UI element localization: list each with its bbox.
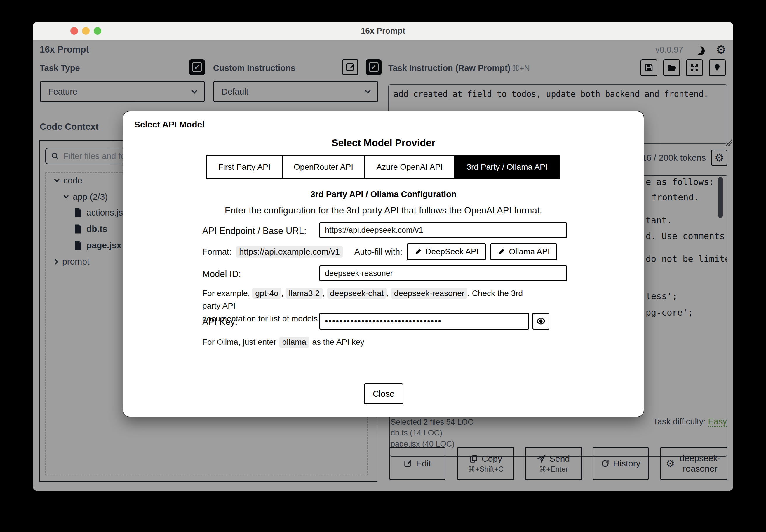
window-title: 16x Prompt: [361, 26, 405, 36]
close-dialog-button[interactable]: Close: [364, 383, 403, 404]
format-label: Format:: [202, 247, 232, 257]
help-text: as the API key: [312, 337, 364, 347]
help-text: For Ollma, just enter: [202, 337, 277, 347]
eye-icon: [536, 316, 545, 326]
format-example: https://api.example.com/v1: [236, 246, 343, 258]
api-key-input[interactable]: [319, 313, 529, 330]
model-example-chip: deepseek-reasoner: [391, 288, 467, 299]
provider-tabs: First Party API OpenRouter API Azure Ope…: [206, 155, 560, 179]
config-section-title: 3rd Party API / Ollama Configuration: [123, 190, 644, 199]
minimize-window-button[interactable]: [82, 27, 90, 35]
help-text: For example,: [202, 289, 250, 298]
close-window-button[interactable]: [70, 27, 78, 35]
tab-3rd-party-ollama-api[interactable]: 3rd Party / Ollama API: [454, 156, 559, 178]
format-row: Format: https://api.example.com/v1 Auto-…: [202, 243, 557, 260]
pen-icon: [414, 248, 422, 255]
select-api-model-dialog: Select API Model Select Model Provider F…: [123, 111, 644, 417]
tab-openrouter-api[interactable]: OpenRouter API: [282, 156, 364, 178]
autofill-deepseek-button[interactable]: DeepSeek API: [407, 243, 486, 260]
model-example-chip: llama3.2: [286, 288, 323, 299]
pen-icon: [498, 248, 505, 255]
model-id-label: Model ID:: [202, 269, 241, 279]
api-key-label: API Key:: [202, 317, 238, 327]
separator: ,: [282, 289, 284, 298]
maximize-window-button[interactable]: [94, 27, 101, 35]
endpoint-input[interactable]: [319, 222, 567, 238]
model-example-chip: deepseek-chat: [327, 288, 387, 299]
tab-first-party-api[interactable]: First Party API: [207, 156, 282, 178]
autofill-ollama-button[interactable]: Ollama API: [490, 243, 557, 260]
autofill-label: Auto-fill with:: [354, 247, 402, 257]
model-example-chip: gpt-4o: [252, 288, 281, 299]
autofill-ollama-label: Ollama API: [509, 247, 550, 256]
toggle-api-key-visibility-button[interactable]: [532, 313, 549, 330]
titlebar: 16x Prompt: [33, 22, 733, 40]
separator: ,: [386, 289, 389, 298]
dialog-title: Select API Model: [134, 120, 205, 129]
ollama-chip: ollama: [279, 337, 309, 348]
tab-azure-openai-api[interactable]: Azure OpenAI API: [364, 156, 454, 178]
provider-heading: Select Model Provider: [123, 137, 644, 148]
separator: ,: [323, 289, 325, 298]
config-section-desc: Enter the configuration for the 3rd part…: [123, 205, 644, 216]
app-window: 16x Prompt 16x Prompt v0.0.97 ⚙ Task Typ…: [33, 22, 733, 491]
model-id-input[interactable]: [319, 265, 567, 281]
autofill-deepseek-label: DeepSeek API: [425, 247, 478, 256]
endpoint-label: API Endpoint / Base URL:: [202, 226, 307, 236]
ollama-key-note: For Ollma, just enter ollama as the API …: [202, 337, 364, 348]
